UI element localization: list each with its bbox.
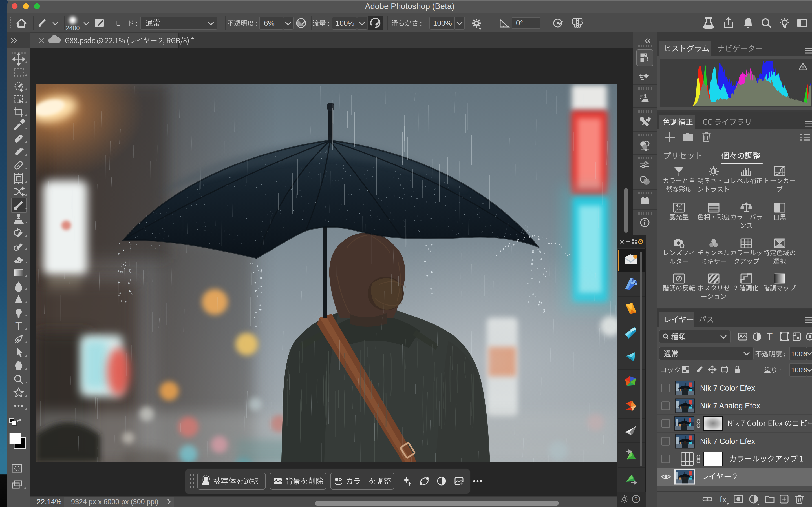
svg-text:100%: 100%: [433, 19, 452, 27]
svg-text:9324 px x 6000 px (300 ppi): 9324 px x 6000 px (300 ppi): [71, 498, 158, 506]
svg-text:Nik 7 Color Efex: Nik 7 Color Efex: [700, 437, 755, 446]
svg-text:100%: 100%: [791, 366, 808, 374]
svg-text:100%: 100%: [791, 350, 808, 358]
svg-text:fx: fx: [720, 494, 727, 504]
svg-text:T: T: [767, 331, 773, 342]
svg-text:Adobe Photoshop (Beta): Adobe Photoshop (Beta): [365, 2, 455, 11]
svg-text:Nik 7 Analog Efex: Nik 7 Analog Efex: [700, 402, 760, 410]
svg-text:6%: 6%: [264, 19, 274, 27]
svg-text:?: ?: [635, 496, 638, 502]
svg-text:100%: 100%: [336, 19, 354, 27]
svg-text:Nik 7 Color Efex: Nik 7 Color Efex: [700, 384, 755, 392]
svg-text:2400: 2400: [66, 24, 80, 32]
svg-text:T: T: [15, 320, 22, 332]
svg-text:22.14%: 22.14%: [37, 497, 61, 506]
svg-text:0°: 0°: [516, 18, 523, 27]
